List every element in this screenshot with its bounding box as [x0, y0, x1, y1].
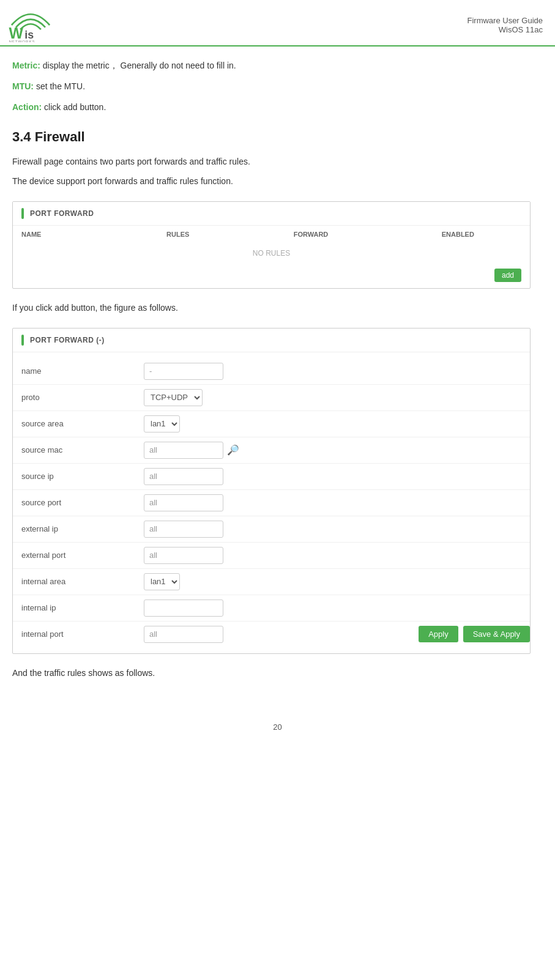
no-rules-row: NO RULES [13, 243, 530, 264]
port-forward-table: NAME RULES FORWARD ENABLED NO RULES [13, 226, 530, 264]
desc1: Firewall page contains two parts port fo… [12, 155, 531, 169]
select-proto[interactable]: TCP+UDP TCP UDP [144, 389, 203, 406]
port-forward-form-panel: PORT FORWARD (-) name proto TCP+UDP TCP … [12, 328, 531, 654]
svg-text:NETWORKS: NETWORKS [9, 39, 35, 42]
form-row-source-area: source area lan1 lan2 wan [13, 411, 530, 437]
save-apply-button[interactable]: Save & Apply [463, 626, 530, 642]
input-internal-port[interactable] [144, 626, 223, 643]
action-line: Action: click add button. [12, 100, 531, 115]
click-add-text: If you click add button, the figure as f… [12, 301, 531, 316]
label-source-area: source area [21, 419, 144, 428]
metric-text: display the metric， Generally do not nee… [40, 61, 236, 70]
control-external-port [144, 547, 521, 564]
panel-title: PORT FORWARD [30, 209, 94, 218]
label-proto: proto [21, 393, 144, 402]
form-row-proto: proto TCP+UDP TCP UDP [13, 385, 530, 411]
input-source-ip[interactable] [144, 468, 223, 485]
footer: 20 [0, 710, 555, 744]
input-external-ip[interactable] [144, 521, 223, 538]
form-panel-header: PORT FORWARD (-) [13, 329, 530, 352]
input-source-port[interactable] [144, 494, 223, 511]
panel-header: PORT FORWARD [13, 202, 530, 226]
control-source-ip [144, 468, 521, 485]
form-panel-bar [21, 335, 24, 346]
apply-button[interactable]: Apply [419, 626, 458, 642]
input-source-mac[interactable] [144, 442, 223, 459]
metric-label: Metric: [12, 61, 40, 70]
label-external-port: external port [21, 551, 144, 560]
control-internal-area: lan1 lan2 wan [144, 573, 521, 590]
form-actions: Apply Save & Apply [419, 626, 530, 642]
mac-icon[interactable]: 🔎 [227, 444, 239, 456]
label-internal-ip: internal ip [21, 603, 144, 612]
control-source-port [144, 494, 521, 511]
port-forward-panel: PORT FORWARD NAME RULES FORWARD ENABLED … [12, 201, 531, 289]
form-panel-title: PORT FORWARD (-) [30, 336, 105, 344]
label-name: name [21, 366, 144, 376]
section-heading: 3.4 Firewall [12, 129, 531, 145]
mtu-label: MTU: [12, 81, 34, 91]
control-internal-ip [144, 600, 521, 617]
col-rules: RULES [120, 226, 236, 243]
input-name[interactable] [144, 363, 223, 380]
label-source-ip: source ip [21, 472, 144, 481]
wisos-label: WisOS 11ac [467, 25, 543, 34]
form-row-name: name [13, 358, 530, 385]
form-row-internal-area: internal area lan1 lan2 wan [13, 569, 530, 595]
control-source-area: lan1 lan2 wan [144, 415, 521, 432]
control-proto: TCP+UDP TCP UDP [144, 389, 521, 406]
form-row-internal-ip: internal ip [13, 595, 530, 622]
label-internal-port: internal port [21, 629, 144, 639]
label-source-port: source port [21, 498, 144, 507]
page-number: 20 [273, 722, 281, 732]
form-row-external-port: external port [13, 543, 530, 569]
form-row-source-port: source port [13, 490, 530, 516]
action-label: Action: [12, 102, 42, 112]
label-internal-area: internal area [21, 577, 144, 586]
page-header: W is NETWORKS Firmware User Guide WisOS … [0, 0, 555, 46]
form-row-source-ip: source ip [13, 464, 530, 490]
label-source-mac: source mac [21, 445, 144, 455]
form-body: name proto TCP+UDP TCP UDP source a [13, 352, 530, 653]
traffic-rules-text: And the traffic rules shows as follows. [12, 666, 531, 681]
control-source-mac: 🔎 [144, 442, 521, 459]
form-row-source-mac: source mac 🔎 [13, 437, 530, 464]
form-row-external-ip: external ip [13, 516, 530, 543]
col-name: NAME [13, 226, 120, 243]
control-name [144, 363, 521, 380]
input-internal-ip[interactable] [144, 600, 223, 617]
form-row-internal-port: internal port Apply Save & Apply [13, 622, 530, 647]
select-source-area[interactable]: lan1 lan2 wan [144, 415, 180, 432]
desc2: The device support port forwards and tra… [12, 174, 531, 189]
col-enabled: ENABLED [386, 226, 530, 243]
add-button[interactable]: add [494, 269, 521, 282]
wis-logo: W is NETWORKS [6, 8, 55, 42]
firmware-guide-label: Firmware User Guide [467, 16, 543, 25]
add-btn-row: add [13, 264, 530, 288]
panel-header-bar [21, 208, 24, 219]
mtu-line: MTU: set the MTU. [12, 80, 531, 94]
col-forward: FORWARD [236, 226, 386, 243]
mtu-text: set the MTU. [34, 81, 85, 91]
header-right: Firmware User Guide WisOS 11ac [467, 16, 543, 34]
select-internal-area[interactable]: lan1 lan2 wan [144, 573, 180, 590]
label-external-ip: external ip [21, 524, 144, 533]
input-external-port[interactable] [144, 547, 223, 564]
logo-area: W is NETWORKS [6, 8, 55, 42]
main-content: Metric: display the metric， Generally do… [0, 46, 555, 710]
metric-line: Metric: display the metric， Generally do… [12, 59, 531, 73]
action-text: click add button. [42, 102, 106, 112]
no-rules-text: NO RULES [13, 243, 530, 264]
control-external-ip [144, 521, 521, 538]
